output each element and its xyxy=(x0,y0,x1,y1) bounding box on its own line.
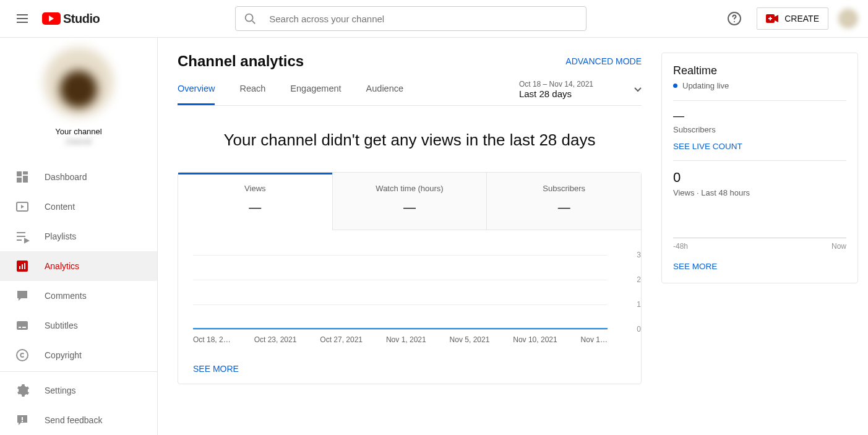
svg-rect-14 xyxy=(17,321,28,330)
metric-title: Watch time (hours) xyxy=(339,184,481,193)
subtitles-icon xyxy=(15,318,30,333)
sidebar-item-dashboard[interactable]: Dashboard xyxy=(0,162,157,192)
create-camera-icon xyxy=(766,14,778,23)
sidebar-item-label: Subtitles xyxy=(45,321,78,330)
daterange-range: Oct 18 – Nov 14, 2021 xyxy=(519,80,593,88)
metric-value: — xyxy=(493,200,635,215)
chart-xaxis: Oct 18, 2… Oct 23, 2021 Oct 27, 2021 Nov… xyxy=(193,335,608,344)
sidebar-item-label: Dashboard xyxy=(45,172,87,182)
live-dot-icon xyxy=(673,84,677,88)
sidebar-item-comments[interactable]: Comments xyxy=(0,281,157,311)
tabs: Overview Reach Engagement Audience xyxy=(178,84,403,105)
create-button[interactable]: CREATE xyxy=(757,7,828,30)
daterange-selector[interactable]: Oct 18 – Nov 14, 2021 Last 28 days xyxy=(519,80,642,105)
rt-subscribers-value: — xyxy=(673,110,846,123)
see-live-count-link[interactable]: SEE LIVE COUNT xyxy=(673,142,742,151)
overview-card: Views — Watch time (hours) — Subscribers… xyxy=(178,172,642,384)
metric-value: — xyxy=(184,200,326,215)
svg-rect-11 xyxy=(19,266,20,269)
svg-rect-6 xyxy=(23,171,28,174)
search-container xyxy=(100,6,722,31)
search-box[interactable] xyxy=(235,6,587,31)
channel-avatar[interactable] xyxy=(44,48,113,117)
svg-rect-13 xyxy=(24,263,25,269)
play-logo-icon xyxy=(42,12,61,25)
metric-tab-subscribers[interactable]: Subscribers — xyxy=(486,173,641,230)
content-icon xyxy=(15,199,30,214)
rt-subscribers-label: Subscribers xyxy=(673,125,846,134)
rt-see-more-link[interactable]: SEE MORE xyxy=(673,262,717,271)
rt-timerange: -48h Now xyxy=(673,242,846,251)
help-icon[interactable] xyxy=(722,6,747,31)
daterange-label: Last 28 days xyxy=(519,88,593,99)
channel-name: channel xyxy=(66,137,92,146)
sidebar-item-label: Settings xyxy=(45,385,76,395)
sidebar-item-feedback[interactable]: Send feedback xyxy=(0,405,157,435)
svg-rect-7 xyxy=(23,176,28,183)
realtime-card: Realtime Updating live — Subscribers SEE… xyxy=(661,53,858,283)
tab-reach[interactable]: Reach xyxy=(239,84,265,105)
updating-indicator: Updating live xyxy=(673,81,846,90)
metric-value: — xyxy=(339,200,481,215)
svg-rect-19 xyxy=(22,421,23,422)
account-avatar[interactable] xyxy=(838,9,858,28)
search-input[interactable] xyxy=(269,14,578,24)
sidebar-item-label: Send feedback xyxy=(45,415,102,425)
chart-yaxis: 3 2 1 0 xyxy=(626,255,641,329)
logo-text: Studio xyxy=(63,12,100,26)
sidebar-nav: Dashboard Content Playlists Analytics Co… xyxy=(0,156,157,435)
svg-rect-18 xyxy=(22,417,23,420)
svg-point-17 xyxy=(17,350,28,361)
advanced-mode-link[interactable]: ADVANCED MODE xyxy=(565,56,642,66)
your-channel-label: Your channel xyxy=(55,127,101,136)
page-title: Channel analytics xyxy=(178,53,304,70)
svg-rect-5 xyxy=(17,171,22,176)
side-panel: Realtime Updating live — Subscribers SEE… xyxy=(661,38,868,435)
sidebar-item-content[interactable]: Content xyxy=(0,192,157,222)
see-more-link[interactable]: SEE MORE xyxy=(178,354,254,384)
metric-tab-views[interactable]: Views — xyxy=(178,173,332,230)
sidebar-item-copyright[interactable]: Copyright xyxy=(0,340,157,370)
hamburger-menu-icon[interactable] xyxy=(10,6,35,31)
sidebar-item-label: Copyright xyxy=(45,350,82,360)
main: Channel analytics ADVANCED MODE Overview… xyxy=(158,38,868,435)
overview-headline: Your channel didn't get any views in the… xyxy=(178,131,642,150)
youtube-studio-logo[interactable]: Studio xyxy=(42,12,100,26)
svg-rect-16 xyxy=(22,327,26,328)
svg-point-0 xyxy=(246,14,253,22)
tab-engagement[interactable]: Engagement xyxy=(290,84,341,105)
dashboard-icon xyxy=(15,170,30,184)
create-label: CREATE xyxy=(784,14,819,24)
svg-rect-8 xyxy=(17,178,22,183)
svg-point-3 xyxy=(734,21,735,22)
metric-title: Views xyxy=(184,184,326,193)
tab-audience[interactable]: Audience xyxy=(366,84,403,105)
playlists-icon xyxy=(15,229,30,244)
search-icon xyxy=(243,12,257,25)
sidebar-item-label: Comments xyxy=(45,291,87,301)
sidebar-item-label: Playlists xyxy=(45,231,76,241)
copyright-icon xyxy=(15,348,30,363)
gear-icon xyxy=(15,383,30,398)
sidebar: Your channel channel Dashboard Content P… xyxy=(0,38,158,435)
feedback-icon xyxy=(15,413,30,428)
channel-block: Your channel channel xyxy=(0,48,157,156)
sidebar-item-settings[interactable]: Settings xyxy=(0,376,157,405)
sidebar-item-playlists[interactable]: Playlists xyxy=(0,222,157,251)
rt-views48-label: Views · Last 48 hours xyxy=(673,188,846,197)
metric-title: Subscribers xyxy=(493,184,635,193)
tab-overview[interactable]: Overview xyxy=(178,84,215,105)
comments-icon xyxy=(15,288,30,303)
analytics-icon xyxy=(15,259,30,273)
header: Studio CREATE xyxy=(0,0,868,38)
sidebar-item-label: Analytics xyxy=(45,261,79,271)
sidebar-item-analytics[interactable]: Analytics xyxy=(0,251,157,281)
rt-views48-value: 0 xyxy=(673,170,846,186)
rt-sparkline xyxy=(673,216,846,238)
sidebar-item-subtitles[interactable]: Subtitles xyxy=(0,311,157,340)
chevron-down-icon xyxy=(634,86,642,93)
metric-tab-watchtime[interactable]: Watch time (hours) — xyxy=(332,173,487,230)
chart: 3 2 1 0 Oct 18, 2… Oct 23, 2021 Oct 27, … xyxy=(178,230,641,354)
svg-line-1 xyxy=(252,21,256,24)
header-actions: CREATE xyxy=(722,6,858,31)
